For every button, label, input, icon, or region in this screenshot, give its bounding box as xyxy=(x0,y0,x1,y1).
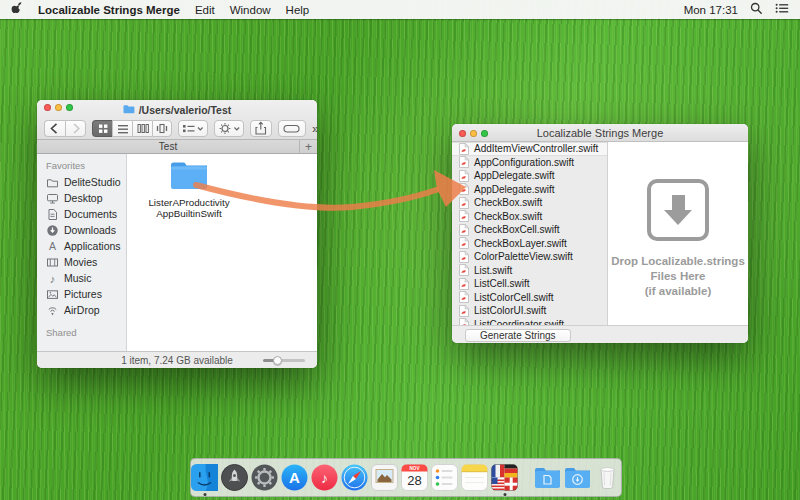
forward-button[interactable] xyxy=(65,120,86,137)
menu-status-icons xyxy=(750,2,789,17)
sidebar-item-documents[interactable]: Documents xyxy=(37,206,126,222)
apple-menu[interactable] xyxy=(11,2,23,18)
sidebar-item-pictures[interactable]: Pictures xyxy=(37,286,126,302)
menu-right: Mon 17:31 xyxy=(684,2,789,17)
file-row[interactable]: ListCell.swift xyxy=(452,277,607,291)
finder-content[interactable]: ListerAProductivity AppBuiltinSwift xyxy=(127,154,317,351)
minimize-button[interactable] xyxy=(55,104,62,111)
spotlight-menu-extra[interactable] xyxy=(750,2,763,17)
view-grid-button[interactable] xyxy=(92,120,112,137)
menu-item-help[interactable]: Help xyxy=(286,4,310,16)
drop-zone[interactable]: Drop Localizable.strings Files Here (if … xyxy=(608,142,748,325)
file-row[interactable]: CheckBoxCell.swift xyxy=(452,223,607,237)
dock-item-app-store[interactable]: A xyxy=(281,464,308,491)
dock-item-documents-folder[interactable] xyxy=(534,464,561,491)
app-menu-title[interactable]: Localizable Strings Merge xyxy=(38,4,180,16)
sidebar-item-delitestudio[interactable]: DeliteStudio xyxy=(37,174,126,190)
pictures-icon xyxy=(46,288,59,301)
dock-item-localizable-strings-merge[interactable] xyxy=(491,464,518,491)
dock-item-notes[interactable] xyxy=(461,464,488,491)
minimize-button[interactable] xyxy=(470,130,477,137)
dock: A♪NOV28 xyxy=(190,458,622,497)
file-row[interactable]: AppConfiguration.swift xyxy=(452,156,607,170)
menu-item-edit[interactable]: Edit xyxy=(195,4,215,16)
dock-item-trash[interactable] xyxy=(594,464,621,491)
notification-center-menu-extra[interactable] xyxy=(775,3,789,16)
generate-strings-button[interactable]: Generate Strings xyxy=(465,329,571,342)
merge-body: AddItemViewController.swiftAppConfigurat… xyxy=(452,142,748,325)
dock-item-safari[interactable] xyxy=(341,464,368,491)
share-button[interactable] xyxy=(250,120,272,137)
svg-text:A: A xyxy=(289,469,300,486)
swift-file-icon xyxy=(459,237,469,249)
file-row[interactable]: CheckBox.swift xyxy=(452,196,607,210)
dock-item-calendar[interactable]: NOV28 xyxy=(401,464,428,491)
toolbar-overflow-button[interactable]: » xyxy=(312,122,317,135)
close-button[interactable] xyxy=(44,104,51,111)
swift-file-icon xyxy=(459,291,469,303)
sidebar-item-downloads[interactable]: Downloads xyxy=(37,222,126,238)
swift-file-icon xyxy=(459,183,469,195)
sidebar-item-movies[interactable]: Movies xyxy=(37,254,126,270)
view-list-button[interactable] xyxy=(112,120,132,137)
menu-items: EditWindowHelp xyxy=(195,4,309,16)
folder-item-lister[interactable]: ListerAProductivity AppBuiltinSwift xyxy=(131,160,247,219)
sidebar-item-airdrop[interactable]: AirDrop xyxy=(37,302,126,318)
finder-titlebar[interactable]: /Users/valerio/Test xyxy=(37,100,317,117)
sidebar-item-music[interactable]: ♪Music xyxy=(37,270,126,286)
folder-label-line2: AppBuiltinSwift xyxy=(131,209,247,220)
dock-item-mail[interactable] xyxy=(371,464,398,491)
documents-icon xyxy=(46,208,59,221)
back-button[interactable] xyxy=(44,120,65,137)
itunes-icon: ♪ xyxy=(311,464,338,491)
back-icon xyxy=(45,120,65,137)
file-row[interactable]: ColorPaletteView.swift xyxy=(452,250,607,264)
finder-status-bar: 1 item, 7.24 GB available xyxy=(37,351,317,368)
file-row[interactable]: CheckBoxLayer.swift xyxy=(452,237,607,251)
file-row[interactable]: AppDelegate.swift xyxy=(452,183,607,197)
arrange-button[interactable] xyxy=(178,120,208,137)
dock-item-finder[interactable] xyxy=(191,464,218,491)
dock-item-reminders[interactable] xyxy=(431,464,458,491)
file-row[interactable]: List.swift xyxy=(452,264,607,278)
dock-item-launchpad[interactable] xyxy=(221,464,248,491)
folder-label-line1: ListerAProductivity xyxy=(131,198,247,209)
menu-clock[interactable]: Mon 17:31 xyxy=(684,4,738,16)
file-row[interactable]: AddItemViewController.swift xyxy=(452,142,607,156)
app-store-icon: A xyxy=(281,464,308,491)
sidebar-item-desktop[interactable]: Desktop xyxy=(37,190,126,206)
zoom-button[interactable] xyxy=(66,104,73,111)
new-tab-button[interactable]: + xyxy=(300,140,317,153)
dock-item-itunes[interactable]: ♪ xyxy=(311,464,338,491)
blue-folder-icon xyxy=(169,160,209,191)
zoom-button[interactable] xyxy=(481,130,488,137)
icon-size-slider[interactable] xyxy=(263,359,305,362)
apple-icon xyxy=(11,2,23,16)
running-indicator xyxy=(503,493,506,496)
close-button[interactable] xyxy=(459,130,466,137)
merge-titlebar[interactable]: Localizable Strings Merge xyxy=(452,124,748,142)
dock-item-downloads-folder[interactable] xyxy=(564,464,591,491)
swift-file-icon xyxy=(459,318,469,325)
file-row[interactable]: ListColorUI.swift xyxy=(452,304,607,318)
proxy-folder-icon[interactable] xyxy=(123,104,135,116)
view-list-icon xyxy=(114,120,132,137)
tags-button[interactable] xyxy=(278,120,306,137)
dock-item-system-preferences[interactable] xyxy=(251,464,278,491)
file-row[interactable]: ListCoordinator.swift xyxy=(452,318,607,326)
trash-icon xyxy=(594,464,621,491)
forward-icon xyxy=(66,120,85,137)
merge-window: Localizable Strings Merge AddItemViewCon… xyxy=(452,124,748,343)
menu-left: Localizable Strings Merge EditWindowHelp xyxy=(11,2,309,18)
menu-item-window[interactable]: Window xyxy=(230,4,271,16)
action-button[interactable] xyxy=(214,120,244,137)
file-row[interactable]: CheckBox.swift xyxy=(452,210,607,224)
view-columns-button[interactable] xyxy=(132,120,152,137)
sidebar-item-applications[interactable]: AApplications xyxy=(37,238,126,254)
tab-test[interactable]: Test xyxy=(37,140,300,153)
file-row[interactable]: AppDelegate.swift xyxy=(452,169,607,183)
file-row[interactable]: ListColorCell.swift xyxy=(452,291,607,305)
swift-file-icon xyxy=(459,156,469,168)
blue-folder-icon xyxy=(169,177,209,194)
view-coverflow-button[interactable] xyxy=(152,120,172,137)
